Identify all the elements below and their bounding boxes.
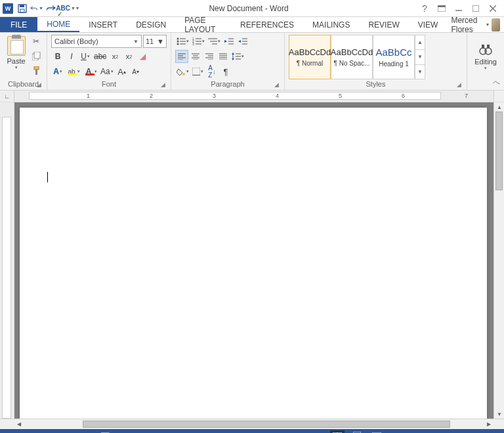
strikethrough-button[interactable]: abc <box>93 50 108 63</box>
clear-formatting-button[interactable]: ◢ <box>136 50 149 63</box>
window-controls: ? <box>416 1 501 16</box>
vertical-ruler[interactable] <box>0 102 14 419</box>
styles-expand[interactable]: ▼ <box>415 65 425 79</box>
horizontal-ruler[interactable]: 1 2 3 4 5 6 7 <box>14 91 494 102</box>
styles-gallery-scroll: ▲ ▼ ▼ <box>415 35 425 79</box>
group-label-paragraph: Paragraph <box>211 80 244 88</box>
font-name-combo[interactable]: Calibri (Body)▼ <box>51 35 142 48</box>
copy-button[interactable] <box>30 49 43 62</box>
tab-page-layout[interactable]: PAGE LAYOUT <box>175 17 231 32</box>
font-color-swatch-icon <box>85 73 94 75</box>
vertical-scrollbar[interactable]: ▲ ▼ <box>494 102 504 419</box>
tab-mailings[interactable]: MAILINGS <box>303 17 359 32</box>
scroll-left-button[interactable]: ◀ <box>14 419 24 430</box>
group-styles: AaBbCcDd ¶ Normal AaBbCcDd ¶ No Spac... … <box>285 33 467 90</box>
svg-rect-2 <box>20 9 24 12</box>
help-button[interactable]: ? <box>416 1 433 16</box>
highlight-swatch-icon <box>68 73 77 75</box>
line-spacing-button[interactable]: ▾ <box>230 50 245 63</box>
styles-launcher[interactable]: ◢ <box>457 80 461 89</box>
svg-rect-6 <box>472 5 479 12</box>
scroll-right-button[interactable]: ▶ <box>484 419 494 430</box>
sort-button[interactable]: AZ↓ <box>205 65 219 78</box>
vertical-scroll-thumb[interactable] <box>495 112 503 190</box>
styles-scroll-up[interactable]: ▲ <box>415 35 425 50</box>
save-button[interactable] <box>16 2 29 15</box>
undo-button[interactable]: ▼ <box>30 2 43 15</box>
document-view[interactable] <box>14 102 494 419</box>
numbering-button[interactable]: 123▾ <box>191 35 206 48</box>
tab-file[interactable]: FILE <box>0 17 37 32</box>
tab-design[interactable]: DESIGN <box>127 17 175 32</box>
svg-rect-12 <box>35 70 37 75</box>
borders-button[interactable]: ▾ <box>191 65 205 78</box>
group-font: Calibri (Body)▼ 11▼ B I U▾ abc x2 x2 ◢ A… <box>47 33 171 90</box>
style-normal[interactable]: AaBbCcDd ¶ Normal <box>289 35 331 79</box>
outdent-icon <box>224 37 234 45</box>
increase-indent-button[interactable] <box>236 35 249 48</box>
tab-review[interactable]: REVIEW <box>359 17 408 32</box>
paragraph-launcher[interactable]: ◢ <box>274 80 279 89</box>
svg-point-17 <box>177 43 179 45</box>
horizontal-scroll-thumb[interactable] <box>83 421 450 428</box>
bold-button[interactable]: B <box>51 50 64 63</box>
scroll-down-button[interactable]: ▼ <box>494 409 504 419</box>
superscript-button[interactable]: x2 <box>122 50 135 63</box>
clipboard-launcher[interactable]: ◢ <box>37 80 41 89</box>
align-center-button[interactable] <box>189 50 202 63</box>
svg-point-13 <box>177 38 179 40</box>
show-marks-button[interactable]: ¶ <box>219 65 232 78</box>
read-mode-button[interactable] <box>330 430 345 433</box>
paste-label: Paste <box>7 57 25 65</box>
qat-customize-button[interactable]: ▾ <box>74 2 81 15</box>
maximize-button[interactable] <box>467 1 484 16</box>
shading-button[interactable]: ▾ <box>175 65 190 78</box>
account-menu[interactable]: Merced Flores ▾ <box>447 17 504 32</box>
paste-icon <box>7 36 26 56</box>
font-color-button[interactable]: A▾ <box>82 65 98 78</box>
highlight-button[interactable]: ab▾ <box>65 65 81 78</box>
tab-references[interactable]: REFERENCES <box>231 17 303 32</box>
editing-button[interactable]: Editing ▾ <box>471 35 500 79</box>
underline-button[interactable]: U▾ <box>79 50 92 63</box>
justify-button[interactable] <box>217 50 230 63</box>
minimize-button[interactable] <box>450 1 467 16</box>
tab-selector[interactable]: ∟ <box>0 91 14 102</box>
tab-view[interactable]: VIEW <box>409 17 448 32</box>
tab-home[interactable]: HOME <box>37 17 79 32</box>
align-left-button[interactable] <box>175 50 188 63</box>
cut-button[interactable]: ✂ <box>30 35 43 48</box>
style-heading1[interactable]: AaBbCc Heading 1 <box>373 35 415 79</box>
print-layout-button[interactable] <box>350 430 364 433</box>
line-spacing-icon <box>232 52 241 60</box>
scroll-up-button[interactable]: ▲ <box>494 102 504 112</box>
close-button[interactable] <box>484 1 501 16</box>
change-case-button[interactable]: Aa▾ <box>99 65 115 78</box>
grow-font-button[interactable]: A▴ <box>116 65 129 78</box>
ribbon-display-button[interactable] <box>433 1 450 16</box>
status-bar: PAGE 1 OF 1 0 WORDS − + 100% <box>0 429 504 433</box>
collapse-ribbon-button[interactable]: へ <box>493 77 500 87</box>
italic-button[interactable]: I <box>65 50 78 63</box>
multilevel-list-button[interactable]: ▾ <box>207 35 222 48</box>
styles-scroll-down[interactable]: ▼ <box>415 50 425 64</box>
page[interactable] <box>20 108 487 419</box>
group-label-font: Font <box>102 80 116 88</box>
shrink-font-button[interactable]: A▾ <box>129 65 142 78</box>
svg-rect-10 <box>34 52 40 58</box>
tab-insert[interactable]: INSERT <box>79 17 127 32</box>
format-painter-button[interactable] <box>30 64 43 77</box>
svg-point-15 <box>177 41 179 43</box>
style-no-spacing[interactable]: AaBbCcDd ¶ No Spac... <box>331 35 373 79</box>
bullets-button[interactable]: ▾ <box>175 35 190 48</box>
decrease-indent-button[interactable] <box>222 35 236 48</box>
font-size-combo[interactable]: 11▼ <box>143 35 167 48</box>
horizontal-scrollbar[interactable]: ◀ ▶ <box>0 419 504 429</box>
text-effects-button[interactable]: A▾ <box>51 65 64 78</box>
align-right-button[interactable] <box>203 50 216 63</box>
font-launcher[interactable]: ◢ <box>161 80 165 89</box>
spelling-button[interactable]: ABC✓▼ <box>59 2 72 15</box>
web-layout-button[interactable] <box>369 430 384 433</box>
paste-button[interactable]: Paste ▾ <box>4 35 28 79</box>
subscript-button[interactable]: x2 <box>108 50 121 63</box>
